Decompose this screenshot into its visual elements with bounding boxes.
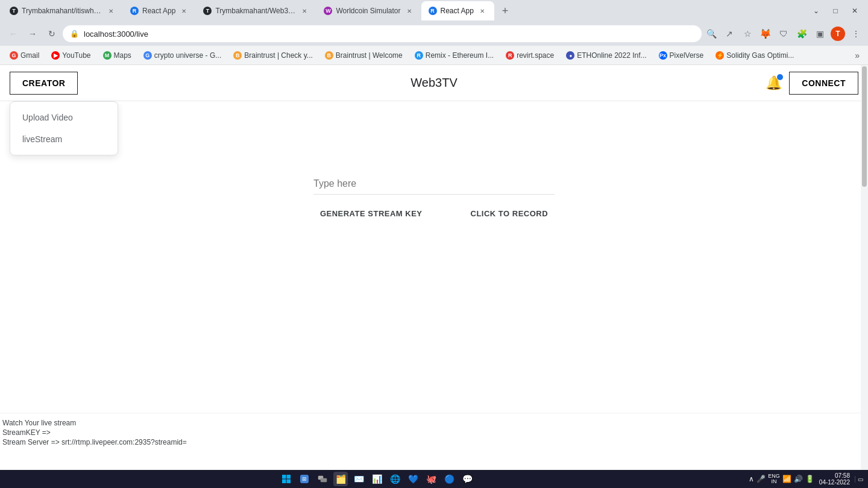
action-buttons: GENERATE STREAM KEY CLICK TO RECORD [320, 209, 548, 218]
new-tab-button[interactable]: + [497, 2, 514, 19]
upload-video-item[interactable]: Upload Video [10, 107, 118, 128]
generate-stream-key-button[interactable]: GENERATE STREAM KEY [320, 209, 423, 218]
shield-icon[interactable]: 🛡 [776, 27, 791, 41]
window-controls: ⌄ □ ✕ [808, 2, 868, 19]
bookmark-solidity[interactable]: ⚡ Solidity Gas Optimi... [711, 49, 799, 62]
split-view-icon[interactable]: ▣ [813, 27, 827, 41]
taskbar-discord[interactable]: 💬 [460, 472, 474, 486]
tab-4-close[interactable]: ✕ [404, 6, 414, 16]
show-desktop-icon[interactable]: ▭ [855, 476, 863, 483]
tab-2-close[interactable]: ✕ [179, 6, 189, 16]
bookmark-maps[interactable]: M Maps [98, 49, 136, 62]
bottom-info: Watch Your live stream StreamKEY => Stre… [0, 413, 868, 452]
tab-5-close[interactable]: ✕ [477, 6, 487, 16]
search-icon[interactable]: 🔍 [704, 27, 719, 41]
task-view[interactable] [315, 472, 330, 486]
bookmark-remix[interactable]: R Remix - Ethereum I... [410, 49, 498, 62]
taskbar-github[interactable]: 🐙 [424, 472, 438, 486]
battery-icon[interactable]: 🔋 [805, 475, 814, 483]
share-icon[interactable]: ↗ [722, 27, 737, 41]
tab-3[interactable]: T Trymbakmahant/Web3TV ✕ [196, 1, 316, 20]
tab-1-title: Trymbakmahant/itiswhatitis [22, 7, 102, 15]
tab-1-favicon: T [10, 7, 18, 15]
volume-icon[interactable]: 🔊 [794, 475, 803, 483]
up-arrow-icon[interactable]: ∧ [749, 475, 754, 483]
click-to-record-button[interactable]: CLICK TO RECORD [471, 209, 549, 218]
bookmark-pixelverse[interactable]: Px PixelVerse [654, 49, 709, 62]
maps-favicon: M [103, 51, 112, 60]
minimize-button[interactable]: ⌄ [808, 2, 825, 19]
revirt-label: revirt.space [517, 51, 554, 60]
tab-4[interactable]: W Worldcoin Simulator ✕ [316, 1, 421, 20]
taskbar-search[interactable]: ⊞ [297, 472, 312, 486]
mic-icon[interactable]: 🎤 [756, 475, 766, 483]
taskbar-vscode[interactable]: 💙 [406, 472, 420, 486]
bookmark-revirt[interactable]: R revirt.space [501, 49, 559, 62]
taskbar-chrome[interactable]: 🔵 [442, 472, 456, 486]
profile-avatar[interactable]: T [831, 27, 845, 41]
lock-icon: 🔒 [70, 30, 79, 38]
taskbar-date: 04-12-2022 [819, 479, 850, 486]
windows-icon [281, 474, 291, 484]
svg-rect-7 [321, 478, 327, 482]
svg-text:⊞: ⊞ [302, 476, 307, 482]
address-bar: ← → ↻ 🔒 localhost:3000/live 🔍 ↗ ☆ 🦊 🛡 🧩 … [0, 22, 868, 46]
remix-label: Remix - Ethereum I... [426, 51, 494, 60]
bookmark-braintrust1[interactable]: B Braintrust | Check y... [228, 49, 318, 62]
solidity-label: Solidity Gas Optimi... [726, 51, 794, 60]
menu-icon[interactable]: ⋮ [849, 27, 863, 41]
notification-bell[interactable]: 🔔 [766, 75, 782, 91]
scrollbar-thumb[interactable] [862, 66, 867, 187]
solidity-favicon: ⚡ [715, 51, 724, 60]
taskbar-office[interactable]: 📊 [370, 472, 384, 486]
stream-title-input[interactable] [313, 174, 555, 195]
bookmark-crypto[interactable]: G crypto universe - G... [139, 49, 226, 62]
livestream-item[interactable]: liveStream [10, 128, 118, 150]
app-header: CREATOR Web3TV 🔔 CONNECT [0, 65, 868, 101]
taskbar-files[interactable]: 🗂️ [333, 472, 348, 486]
app-title: Web3TV [410, 76, 457, 90]
wifi-icon[interactable]: 📶 [782, 475, 791, 483]
app-content: CREATOR Web3TV 🔔 CONNECT Upload Video li… [0, 65, 868, 470]
bookmarks-bar: G Gmail ▶ YouTube M Maps G crypto univer… [0, 46, 868, 65]
bookmarks-more-button[interactable]: » [851, 48, 863, 63]
back-button[interactable]: ← [5, 25, 22, 42]
tab-1[interactable]: T Trymbakmahant/itiswhatitis ✕ [2, 1, 123, 20]
taskbar-edge[interactable]: 🌐 [388, 472, 402, 486]
puzzle-icon[interactable]: 🧩 [794, 27, 809, 41]
bookmark-youtube[interactable]: ▶ YouTube [46, 49, 95, 62]
fox-icon[interactable]: 🦊 [758, 27, 773, 41]
bookmark-braintrust2[interactable]: B Braintrust | Welcome [320, 49, 407, 62]
tab-1-close[interactable]: ✕ [106, 6, 116, 16]
taskbar-mail[interactable]: ✉️ [351, 472, 366, 486]
youtube-favicon: ▶ [51, 51, 60, 60]
maps-label: Maps [114, 51, 131, 60]
svg-rect-0 [282, 475, 286, 479]
tab-2[interactable]: R React App ✕ [123, 1, 196, 20]
notification-badge [777, 74, 783, 80]
forward-button[interactable]: → [24, 25, 41, 42]
braintrust2-label: Braintrust | Welcome [336, 51, 403, 60]
gmail-favicon: G [10, 51, 18, 60]
bookmark-eth[interactable]: ⬥ ETHOnline 2022 Inf... [561, 49, 651, 62]
close-button[interactable]: ✕ [846, 2, 863, 19]
maximize-button[interactable]: □ [827, 2, 844, 19]
creator-button[interactable]: CREATOR [10, 72, 78, 95]
tab-5-title: React App [441, 7, 474, 15]
pixelverse-label: PixelVerse [670, 51, 704, 60]
scrollbar[interactable] [861, 65, 868, 470]
address-input[interactable]: 🔒 localhost:3000/live [63, 25, 702, 42]
braintrust1-favicon: B [233, 51, 242, 60]
tab-3-close[interactable]: ✕ [300, 6, 309, 16]
gmail-label: Gmail [20, 51, 39, 60]
bookmark-gmail[interactable]: G Gmail [5, 49, 44, 62]
watch-livestream-text: Watch Your live stream [0, 418, 868, 428]
tab-5[interactable]: R React App ✕ [421, 1, 494, 20]
connect-button[interactable]: CONNECT [789, 72, 858, 95]
reload-button[interactable]: ↻ [43, 25, 60, 42]
start-button[interactable] [279, 472, 294, 486]
youtube-label: YouTube [62, 51, 90, 60]
tab-4-title: Worldcoin Simulator [336, 7, 400, 15]
tab-bar: T Trymbakmahant/itiswhatitis ✕ R React A… [0, 0, 868, 22]
bookmark-icon[interactable]: ☆ [740, 27, 755, 41]
